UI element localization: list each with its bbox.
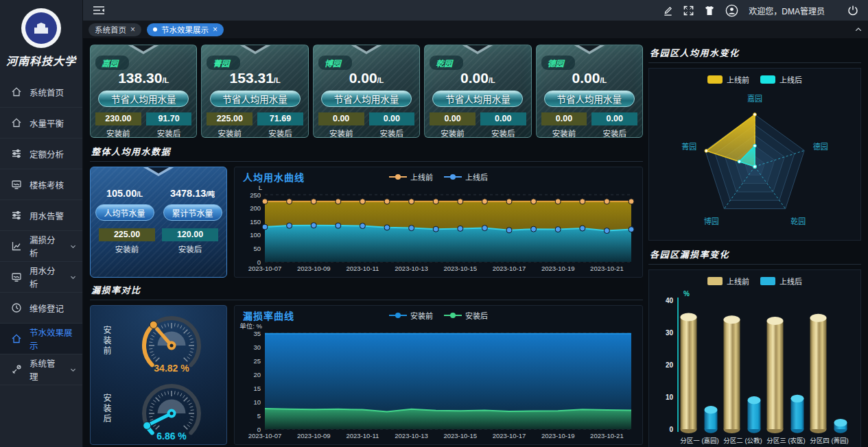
tab-close-icon[interactable]: × [130,25,135,34]
before-install-label: 安装前 [430,128,476,138]
tab-close-icon[interactable]: × [213,25,218,34]
bars-panel-heading: 各园区漏损率变化 [648,246,861,265]
per-capita-saving-button[interactable]: 节省人均用水量 [432,90,523,107]
radar-panel-heading: 各园区人均用水变化 [648,45,861,63]
overall-panel: 105.00/L 人均节水量 3478.13/吨 累计节水量 225.00安装前… [90,167,643,278]
open-tabs: 系统首页 × 节水效果展示 × [89,23,224,36]
bars-panel: 各园区漏损率变化 上线前上线后 010203040%分区一 (嘉园)分区二 (公… [648,246,861,447]
before-install-value: 225.00 [207,112,253,125]
total-saving-button[interactable]: 累计节水量 [163,204,222,221]
per-capita-chart-panel: 人均用水曲线 上线前上线后 050100150200250L2023-10-07… [234,167,643,278]
svg-text:100: 100 [250,231,261,239]
tab-bar: 系统首页 × 节水效果展示 × [83,21,868,39]
notch-decoration [461,45,494,55]
sidebar-item-6[interactable]: 漏损分析 [0,231,82,262]
user-avatar[interactable] [725,4,738,17]
theme-shirt-icon[interactable] [704,5,715,16]
sidebar-item-label: 维修登记 [30,302,64,315]
per-capita-saving-value: 105.00/L [91,188,159,199]
before-install-label: 安装前 [541,128,587,138]
radar-legend: 上线前上线后 [707,71,802,88]
power-logout-icon[interactable] [847,5,858,16]
after-install-label: 安装后 [369,128,415,138]
svg-text:2023-10-15: 2023-10-15 [443,432,477,439]
per-capita-saving-button[interactable]: 人均节水量 [95,204,154,221]
before-install-value: 225.00 [99,228,155,241]
gauge-row: 安装后 6.86 % [91,376,226,442]
svg-text:2023-10-13: 2023-10-13 [395,432,428,439]
notch-decoration [350,45,383,55]
chevron-down-icon [69,243,77,250]
per-capita-saving-button[interactable]: 节省人均用水量 [544,90,635,107]
svg-text:50: 50 [253,245,261,252]
sidebar-item-7[interactable]: 用水分析 [0,262,82,293]
park-name-badge: 博园 [318,56,352,70]
legend-item: 上线后 [760,276,802,287]
per-capita-line-chart: 050100150200250L2023-10-072023-10-092023… [236,184,642,276]
home-icon [11,117,22,128]
park-name-badge: 嘉园 [95,56,129,70]
after-install-value: 0.00 [591,112,637,125]
per-capita-saving-button[interactable]: 节省人均用水量 [98,90,189,107]
gauge-row: 安装前 34.82 % [91,309,226,374]
tab-1[interactable]: 系统首页 × [89,23,141,36]
leakage-gauge-1: 34.82 % [113,309,221,374]
overall-saving-card: 105.00/L 人均节水量 3478.13/吨 累计节水量 225.00安装前… [90,167,227,278]
per-capita-saving-button[interactable]: 节省人均用水量 [321,90,412,107]
svg-text:0: 0 [669,426,673,433]
park-name-badge: 乾园 [430,56,463,70]
welcome-text: 欢迎您，DMA管理员 [749,5,825,16]
legend-item: 上线前 [389,171,433,182]
legend-item: 安装后 [444,310,488,321]
park-saving-value: 153.31/L [202,70,307,86]
park-saving-value: 0.00/L [425,70,530,86]
legend-item: 安装前 [389,310,433,321]
sidebar-item-4[interactable]: 楼栋考核 [0,169,82,200]
sliders-icon [11,148,22,159]
sidebar-item-5[interactable]: 用水告警 [0,200,82,231]
tab-2[interactable]: 节水效果展示 × [147,23,224,36]
home-icon [11,333,22,344]
before-install-value: 230.00 [95,112,141,125]
svg-text:乾园: 乾园 [790,217,806,226]
sidebar-item-9[interactable]: 节水效果展示 [0,324,82,354]
before-install-value: 0.00 [430,112,476,125]
park-name-badge: 德园 [541,56,575,70]
monitor-icon [11,271,22,282]
leakage-gauge-2: 6.86 % [113,376,221,442]
home-icon [11,86,22,97]
svg-text:10: 10 [666,394,674,401]
svg-text:34.82 %: 34.82 % [154,363,189,374]
per-capita-saving-button[interactable]: 节省人均用水量 [210,90,301,107]
overall-section-heading: 整体人均用水数据 [90,143,643,162]
university-name: 河南科技大学 [1,52,81,69]
park-card-2: 菁园 153.31/L 节省人均用水量 225.00安装前 71.69安装后 [201,45,308,138]
collapse-sidebar-icon[interactable] [93,5,105,16]
sidebar-item-10[interactable]: 系统管理 [0,354,82,385]
gauge-label: 安装后 [101,394,113,424]
leakage-panel: 安装前 34.82 % 安装后 6.86 % 漏损率曲线 安装前安装后 0510… [90,305,643,445]
collapse-tabs-icon[interactable] [854,25,863,34]
sidebar-item-3[interactable]: 定额分析 [0,138,82,169]
svg-text:2023-10-21: 2023-10-21 [590,432,624,439]
clock-icon [11,302,22,313]
before-install-label: 安装前 [99,243,155,254]
svg-text:单位: %: 单位: % [239,322,262,330]
chart-legend: 安装前安装后 [236,310,641,321]
svg-text:2023-10-19: 2023-10-19 [541,265,575,272]
edit-pencil-icon[interactable] [663,5,673,16]
sidebar-item-1[interactable]: 系统首页 [0,77,82,108]
sidebar-item-8[interactable]: 维修登记 [0,293,82,324]
bars-legend: 上线前上线后 [707,273,802,289]
before-install-label: 安装前 [95,128,141,138]
svg-text:分区二 (公教): 分区二 (公教) [723,437,762,444]
svg-text:2023-10-15: 2023-10-15 [443,265,477,272]
svg-text:150: 150 [250,218,261,226]
sidebar-brand: 河南科技大学 [0,0,82,77]
svg-text:2023-10-13: 2023-10-13 [395,265,428,272]
sidebar-item-2[interactable]: 水量平衡 [0,108,82,138]
svg-text:2023-10-11: 2023-10-11 [346,265,379,272]
radar-panel: 各园区人均用水变化 上线前上线后 嘉园德园乾园博园菁园 [648,45,861,241]
fullscreen-icon[interactable] [683,5,694,16]
legend-item: 上线前 [707,276,749,287]
